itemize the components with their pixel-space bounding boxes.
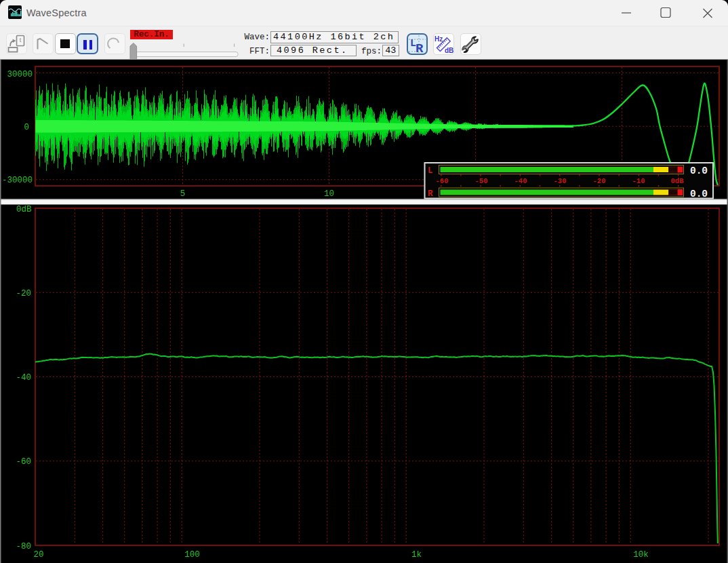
svg-text:100: 100 bbox=[184, 550, 200, 560]
svg-text:10k: 10k bbox=[633, 550, 649, 560]
svg-text:10: 10 bbox=[324, 189, 334, 199]
svg-text:-50: -50 bbox=[475, 177, 488, 185]
svg-text:20: 20 bbox=[33, 550, 43, 560]
svg-text:-20: -20 bbox=[16, 289, 31, 298]
svg-text:0.0: 0.0 bbox=[690, 189, 708, 199]
svg-text:0.0: 0.0 bbox=[690, 166, 708, 176]
svg-text:0: 0 bbox=[24, 123, 29, 132]
svg-text:-80: -80 bbox=[16, 542, 31, 551]
svg-text:Hz: Hz bbox=[434, 35, 443, 43]
svg-text:t: t bbox=[20, 37, 22, 43]
svg-text:30000: 30000 bbox=[7, 70, 33, 79]
svg-text:-30: -30 bbox=[554, 177, 567, 185]
svg-text:-60: -60 bbox=[16, 457, 31, 467]
svg-text:R: R bbox=[416, 41, 424, 54]
svg-text:L: L bbox=[428, 166, 433, 176]
svg-text:0dB: 0dB bbox=[16, 205, 32, 214]
svg-text:-60: -60 bbox=[436, 177, 449, 185]
svg-text:-10: -10 bbox=[632, 177, 645, 185]
svg-text:-40: -40 bbox=[514, 177, 527, 185]
svg-text:dB: dB bbox=[445, 47, 453, 54]
svg-text:-30000: -30000 bbox=[2, 176, 33, 185]
svg-text:-40: -40 bbox=[16, 373, 31, 383]
svg-text:5: 5 bbox=[180, 189, 186, 199]
svg-text:R: R bbox=[428, 189, 433, 199]
svg-text:0dB: 0dB bbox=[671, 177, 685, 185]
svg-text:-20: -20 bbox=[593, 177, 606, 185]
svg-text:1k: 1k bbox=[411, 550, 422, 560]
